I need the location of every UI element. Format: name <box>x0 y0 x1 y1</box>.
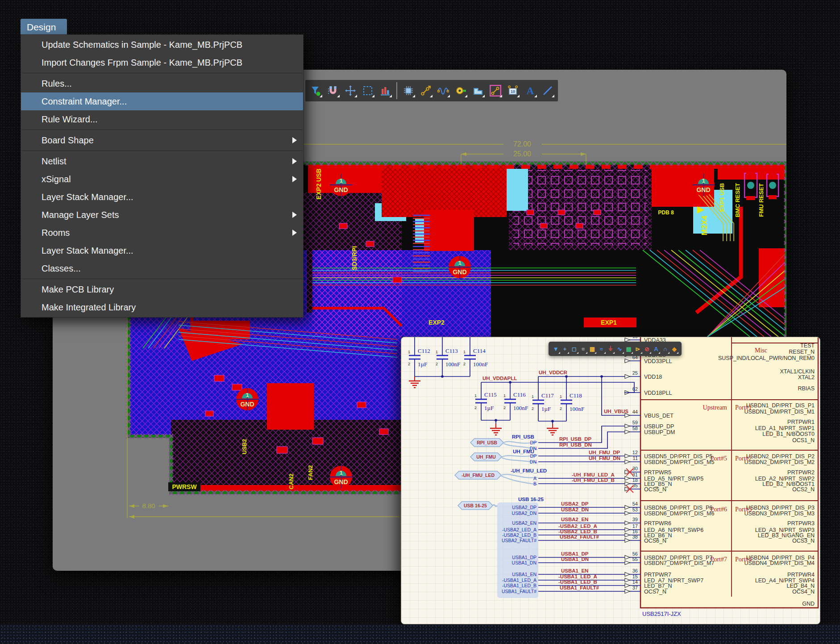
place-wire-icon[interactable]: ≈ <box>598 343 605 354</box>
silkscreen-label: M2X4 <box>700 215 709 235</box>
net-label: -USBA1_LED_B <box>558 579 597 585</box>
silkscreen-text: EXP2 USB <box>315 168 322 199</box>
menu-item-netlist[interactable]: Netlist <box>21 152 303 170</box>
pin-number: 14 <box>632 579 638 585</box>
pin-name: PRTPWR4 <box>787 572 815 578</box>
no-erc-icon[interactable]: ⊘ <box>643 343 651 354</box>
net-label: -USBA2_LED_B <box>558 529 597 534</box>
select-area-icon[interactable]: ◻ <box>570 343 578 354</box>
menu-item-rooms[interactable]: Rooms <box>21 224 303 242</box>
port-label: -UH_FMU_LED <box>462 473 495 478</box>
menu-item-board-shape[interactable]: Board Shape <box>21 131 303 149</box>
silkscreen-text: M2X4 <box>700 215 709 235</box>
silkscreen-label: USB2 <box>241 439 248 455</box>
schematic-window[interactable]: MiscUpstreamPort#1Port#5Port#2Port#6Port… <box>401 337 820 624</box>
pin-name: RBIAS <box>798 385 815 392</box>
silkscreen-text: USB2 <box>241 439 248 455</box>
place-component-icon[interactable] <box>401 83 416 98</box>
bus-stub-label: -USBA2_LED_B <box>502 532 536 538</box>
pin-number: 37 <box>632 585 638 590</box>
chip-designator: USB2517I-JZX <box>642 611 681 617</box>
menu-item-layer-stack-manager[interactable]: Layer Stack Manager... <box>21 242 303 259</box>
menu-item-make-pcb-library[interactable]: Make PCB Library <box>21 280 303 298</box>
pin-number: 18 <box>632 477 638 483</box>
capacitor-c114[interactable]: 12C114100nF <box>463 337 488 376</box>
place-text-icon[interactable]: A <box>652 343 660 354</box>
select-area-icon[interactable] <box>360 83 375 98</box>
menu-design[interactable]: Design <box>21 19 67 36</box>
pin-number: 25 <box>632 370 638 376</box>
menu-item-manage-layer-sets[interactable]: Manage Layer Sets <box>21 206 303 224</box>
svg-text:A: A <box>527 85 534 96</box>
place-part-icon[interactable]: ▦ <box>588 343 596 354</box>
capacitor-c112[interactable]: 12C1121µF <box>408 337 430 376</box>
menu-item-update-schematics-in-sample-kame-mb-prjpcb[interactable]: Update Schematics in Sample - Kame_MB.Pr… <box>21 36 303 54</box>
capacitor-c118[interactable]: 12C118100nF <box>560 376 584 421</box>
place-line-icon[interactable] <box>540 83 555 98</box>
menu-item-make-integrated-library[interactable]: Make Integrated Library <box>21 298 303 316</box>
place-via-icon[interactable] <box>453 83 468 98</box>
silkscreen-text: EXP1 USB <box>719 183 725 212</box>
testpoint-pin-label: 1 <box>458 259 461 266</box>
sheet-entry-port[interactable]: UH_FMU <box>470 453 502 461</box>
interactive-route-icon[interactable] <box>418 83 433 98</box>
cap-value: 100nF <box>513 405 528 411</box>
menu-item-classes[interactable]: Classes... <box>21 259 303 277</box>
gnd-testpoint[interactable]: 1GND <box>330 466 352 488</box>
menu-item-rule-wizard[interactable]: Rule Wizard... <box>21 110 303 128</box>
schematic-canvas[interactable]: MiscUpstreamPort#1Port#5Port#2Port#6Port… <box>401 337 820 624</box>
pin-name: USBDN7_DM/PRT_DIS_M7 <box>644 560 715 566</box>
capacitor-c117[interactable]: 12C1171µF <box>532 376 554 421</box>
place-junction-icon[interactable]: ◆ <box>670 343 678 354</box>
silkscreen-text: SD3/RPI <box>351 246 358 270</box>
gnd-testpoint[interactable]: 1GND <box>330 174 352 196</box>
bus-label: RPI_USB <box>512 434 534 439</box>
net-label: USBA2_DN <box>561 507 589 512</box>
gnd-testpoint[interactable]: 1GND <box>692 174 715 196</box>
cap-pin-2: 2 <box>560 406 562 411</box>
pin-name: USBDN1_DP/PRT_DIS_P1 <box>746 402 815 409</box>
menu-item-constraint-manager[interactable]: Constraint Manager... <box>21 92 303 110</box>
place-text-icon[interactable]: A <box>523 83 538 98</box>
move-cursor-icon[interactable] <box>343 83 358 98</box>
pin-number: 16 <box>632 529 638 534</box>
polygon-pour-icon[interactable] <box>470 83 486 98</box>
capacitor-c115[interactable]: 12C1151µF <box>474 382 497 420</box>
sheet-entry-port[interactable]: -UH_FMU_LED <box>455 471 501 479</box>
sheet-entry-port[interactable]: RPI_USB <box>470 439 503 447</box>
pin-name: USBUP_DP <box>644 423 674 430</box>
place-dimension-icon[interactable]: 10 <box>505 83 520 98</box>
net-label: UH_VBUS <box>604 409 628 414</box>
align-objects-icon[interactable]: ≡ <box>579 343 587 354</box>
filter-icon[interactable]: ▼ <box>552 343 560 354</box>
menu-item-import-changes-frpm-sample-kame-mb-prjpcb[interactable]: Import Changes Frpm Sample - Kame_MB.Prj… <box>21 54 303 71</box>
cap-value: 100nF <box>570 406 584 412</box>
filter-icon[interactable] <box>308 83 323 98</box>
cap-value: 1µF <box>484 405 494 411</box>
place-gnd-icon[interactable]: ⏚ <box>607 343 614 354</box>
tune-length-icon[interactable] <box>436 83 451 98</box>
menu-item-layer-stack-manager[interactable]: Layer Stack Manager... <box>21 188 303 206</box>
move-cursor-icon[interactable]: + <box>561 343 569 354</box>
pin-name: VDD18PLL <box>644 390 672 396</box>
pin-name: USBDN4_DM/PRT_DIS_M4 <box>744 560 815 566</box>
gnd-testpoint[interactable]: 1GND <box>449 256 471 278</box>
submenu-arrow-icon <box>292 137 297 143</box>
align-objects-icon[interactable] <box>378 83 393 98</box>
gnd-testpoint[interactable]: 1GND <box>236 388 258 410</box>
cap-designator: C117 <box>541 392 554 399</box>
menu-item-rules[interactable]: Rules... <box>21 75 303 92</box>
place-sheet-icon[interactable]: ▩ <box>625 343 632 354</box>
silkscreen-label: FAN2 <box>307 465 314 480</box>
place-harness-icon[interactable]: ⊳ <box>634 343 642 354</box>
bus-label: USB 16-25 <box>518 497 544 502</box>
place-arc-icon[interactable]: ∩ <box>661 343 669 354</box>
magnet-icon[interactable] <box>325 83 341 98</box>
bus-stub-label: USBA2_DN <box>512 510 536 516</box>
sheet-entry-port[interactable]: USB 16-25 <box>458 502 493 510</box>
route-selected-icon[interactable] <box>488 83 503 98</box>
capacitor-c113[interactable]: 12C113100nF <box>436 337 460 376</box>
menu-item-xsignal[interactable]: xSignal <box>21 170 303 188</box>
capacitor-c116[interactable]: 12C116100nF <box>503 382 528 420</box>
place-signal-icon[interactable]: ∿ <box>616 343 624 354</box>
